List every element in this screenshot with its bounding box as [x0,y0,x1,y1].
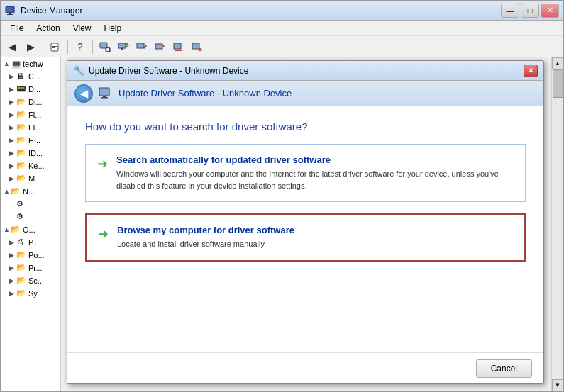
svg-rect-6 [52,47,55,48]
disable-btn[interactable] [170,38,187,55]
folder-icon: 📂 [16,250,26,260]
list-item[interactable]: ⚙ [1,198,60,211]
tree-label: H... [28,136,40,145]
monitor-nav-icon [99,86,113,101]
maximize-button[interactable]: □ [521,4,539,18]
list-item[interactable]: ▶ 📂 Fl... [1,108,60,121]
cancel-button[interactable]: Cancel [476,359,532,378]
list-item[interactable]: ▶ 📂 Sy... [1,287,60,300]
tree-item-o[interactable]: ▲ 📂 O... [1,223,60,236]
svg-rect-4 [52,45,57,45]
list-item[interactable]: ▶ 📂 Pr... [1,262,60,274]
scroll-down-button[interactable]: ▼ [552,379,564,391]
tree-label: O... [23,225,35,234]
rollback-btn[interactable] [152,38,169,55]
dialog-nav-title: Update Driver Software - Unknown Device [118,88,292,99]
tree-label: Di... [28,98,43,106]
tree-label: techw [23,60,43,68]
folder-icon: 📂 [11,225,21,235]
expand-icon: ▲ [4,60,11,67]
manual-option-content: Browse my computer for driver software L… [117,225,294,250]
scan-btn[interactable] [96,38,114,55]
help-toolbar-btn[interactable]: ? [72,38,89,55]
expand-icon: ▶ [9,277,16,284]
tree-label: ID... [28,149,43,157]
list-item[interactable]: ▶ 📟 D... [1,83,60,96]
tree-label: N... [23,187,35,196]
tree-label: C... [28,72,40,81]
menu-action[interactable]: Action [30,21,66,35]
list-item[interactable]: ▶ 📂 Ke... [1,159,60,172]
list-item[interactable]: ▶ 📂 ID... [1,147,60,159]
main-content: ▲ 💻 techw ▶ 🖥 C... ▶ 📟 D... ▶ 📂 Di... ▶ [1,57,563,391]
svg-rect-10 [118,43,126,48]
menu-file[interactable]: File [4,21,30,35]
list-item[interactable]: ▶ 📂 Fl... [1,121,60,134]
expand-icon: ▶ [9,124,16,131]
scroll-thumb[interactable] [553,69,563,98]
menu-help[interactable]: Help [98,21,128,35]
list-item[interactable]: ▶ 📂 M... [1,172,60,185]
device-btn[interactable] [115,38,132,55]
dialog-title-icon: 🔧 [73,65,84,76]
tree-label: Fl... [28,111,41,119]
expand-icon: ▶ [9,99,16,106]
folder-icon: 📂 [16,135,26,145]
dialog-title-bar: 🔧 Update Driver Software - Unknown Devic… [67,61,543,81]
folder-icon: 📂 [16,263,26,273]
toolbar-separator-1 [43,40,43,54]
auto-option-desc: Windows will search your computer and th… [116,168,514,191]
minimize-button[interactable]: — [501,4,519,18]
list-item[interactable]: ▶ 📂 Sc... [1,274,60,287]
svg-rect-11 [121,48,123,50]
list-item[interactable]: ▶ 📂 Po... [1,249,60,262]
list-item[interactable]: ⚙ [1,211,60,223]
folder-icon: 📂 [16,97,26,107]
uninstall-btn[interactable] [189,38,206,55]
list-item[interactable]: ▶ 🖥 C... [1,70,60,83]
svg-rect-17 [174,43,181,49]
manual-browse-option[interactable]: ➜ Browse my computer for driver software… [85,213,526,262]
expand-icon: ▲ [4,188,11,195]
back-button[interactable]: ◀ [74,84,93,103]
svg-rect-12 [119,50,125,50]
back-toolbar-btn[interactable]: ◀ [4,38,21,55]
scroll-track[interactable] [552,69,563,379]
title-bar: Device Manager — □ ✕ [1,1,563,21]
auto-search-option[interactable]: ➜ Search automatically for updated drive… [85,144,526,202]
tree-item-n[interactable]: ▲ 📂 N... [1,185,60,198]
svg-rect-1 [9,13,11,14]
properties-btn[interactable] [47,38,64,55]
auto-arrow-icon: ➜ [97,156,108,172]
folder-icon: 📂 [16,123,26,133]
dialog-title-text: Update Driver Software - Unknown Device [89,66,248,76]
expand-icon: ▶ [9,290,16,297]
svg-rect-5 [52,46,57,47]
expand-icon: ▶ [9,239,16,246]
list-item[interactable]: ▶ 🖨 P... [1,236,60,249]
update-btn[interactable] [133,38,150,55]
folder-icon: 📂 [16,276,26,286]
update-driver-dialog: 🔧 Update Driver Software - Unknown Devic… [67,60,544,384]
folder-icon: 📂 [16,289,26,298]
expand-icon: ▶ [9,264,16,271]
menu-view[interactable]: View [67,21,98,35]
tree-label: P... [28,238,39,247]
tree-label: Ke... [28,162,45,170]
dialog-body: How do you want to search for driver sof… [67,106,543,352]
toolbar-separator-2 [67,40,68,54]
svg-rect-19 [192,43,199,49]
list-item[interactable]: ▶ 📂 Di... [1,96,60,108]
expand-icon: ▶ [9,252,16,259]
tree-label: D... [28,85,40,94]
tree-item-root[interactable]: ▲ 💻 techw [1,57,60,70]
dialog-close-button[interactable]: ✕ [524,65,538,77]
tree-label: Pr... [28,264,43,272]
folder-icon: 📂 [16,161,26,171]
svg-line-9 [110,51,111,52]
scroll-up-button[interactable]: ▲ [552,57,564,69]
dialog-footer: Cancel [67,352,543,383]
close-button[interactable]: ✕ [541,4,559,18]
forward-toolbar-btn[interactable]: ▶ [22,38,39,55]
list-item[interactable]: ▶ 📂 H... [1,134,60,147]
